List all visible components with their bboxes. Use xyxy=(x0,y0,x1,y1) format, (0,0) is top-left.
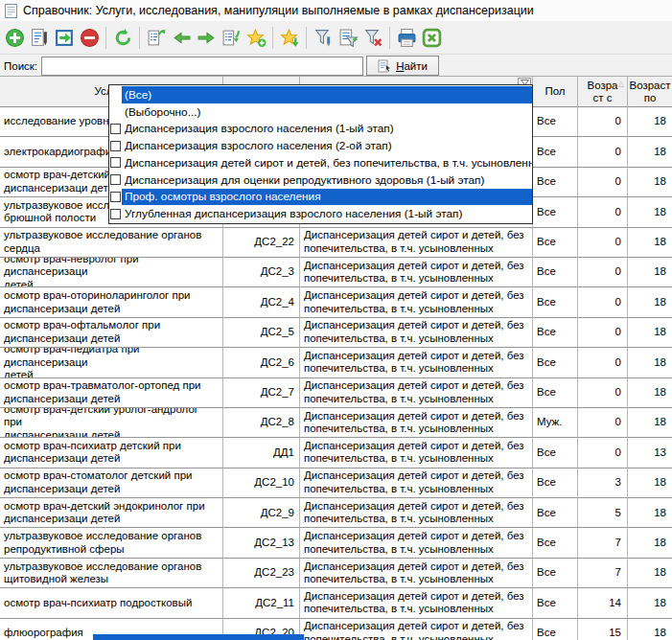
checkbox-gutter xyxy=(109,124,122,134)
star-export-icon xyxy=(280,28,300,48)
checkbox-icon[interactable] xyxy=(110,192,121,202)
column-header-gender[interactable]: Пол xyxy=(533,77,578,107)
list-move-out-button[interactable] xyxy=(144,25,169,51)
filter-option-label: Диспансеризация детей сирот и детей, без… xyxy=(122,154,532,171)
filter-document-button[interactable] xyxy=(336,25,360,51)
table-row[interactable]: осмотр врач-офтальмолог при диспансериза… xyxy=(0,318,672,348)
filter-edit-button[interactable] xyxy=(311,25,336,51)
checkbox-gutter xyxy=(109,141,122,151)
age-from-cell: 0 xyxy=(578,287,628,317)
gender-cell: Все xyxy=(533,137,578,167)
age-to-cell: 18 xyxy=(628,258,672,287)
search-input[interactable] xyxy=(41,57,363,76)
checkbox-icon[interactable] xyxy=(110,124,121,134)
code-cell: ДС2_3 xyxy=(223,258,300,287)
service-cell: ультразвуковое исследование органов щито… xyxy=(0,559,223,588)
age-from-cell: 0 xyxy=(578,378,628,408)
list-move-out-icon xyxy=(147,28,167,48)
window-titlebar: Справочник: Услуги, исследования, манипу… xyxy=(0,0,672,21)
kind-cell: Диспансеризация детей сирот и детей, без… xyxy=(300,619,533,640)
filter-clear-button[interactable] xyxy=(360,25,385,51)
search-label: Поиск: xyxy=(4,60,37,72)
filter-option[interactable]: Диспансеризация детей сирот и детей, без… xyxy=(109,154,532,171)
gender-cell: Все xyxy=(533,498,578,528)
code-cell: ДС2_5 xyxy=(223,318,300,348)
edit-record-button[interactable] xyxy=(27,25,52,51)
table-row[interactable]: осмотр врач-стоматолог детский при диспа… xyxy=(0,469,672,498)
age-to-cell: 18 xyxy=(628,107,672,137)
table-row[interactable]: осмотр врач-психиатр подростковыйДС2_11Д… xyxy=(0,588,672,618)
age-to-cell: 18 xyxy=(628,408,672,438)
delete-button[interactable] xyxy=(77,25,102,51)
age-to-cell: 13 xyxy=(628,438,672,468)
star-add-button[interactable] xyxy=(243,25,268,51)
code-cell: ДС2_9 xyxy=(223,498,300,528)
filter-option[interactable]: (Все) xyxy=(109,86,532,103)
save-record-icon xyxy=(55,28,75,48)
gender-cell: Все xyxy=(533,438,578,468)
table-row[interactable]: осмотр врач-оториноларинголог при диспан… xyxy=(0,287,672,317)
table-row[interactable]: осмотр врач-детский эндокринолог при дис… xyxy=(0,498,672,528)
add-icon xyxy=(5,28,25,48)
gender-cell: Все xyxy=(533,287,578,317)
age-to-cell: 18 xyxy=(628,559,672,588)
table-row[interactable]: осмотр врач-травматолог-ортопед при дисп… xyxy=(0,378,672,408)
column-header-age-from[interactable]: Возраст с △ xyxy=(578,77,628,107)
code-cell: ДС2_7 xyxy=(223,378,300,408)
list-move-in-button[interactable] xyxy=(219,25,243,51)
table-row[interactable]: осмотр врач-педиатра при диспансеризаци … xyxy=(0,348,672,377)
code-cell: ДС2_10 xyxy=(223,469,300,498)
age-from-cell: 0 xyxy=(578,318,628,348)
sort-ascending-icon: △ xyxy=(618,80,624,88)
checkbox-icon[interactable] xyxy=(110,174,121,185)
refresh-button[interactable] xyxy=(110,25,135,51)
filter-clear-icon xyxy=(363,28,383,48)
checkbox-icon[interactable] xyxy=(110,157,121,168)
age-to-cell: 18 xyxy=(628,168,672,197)
age-to-cell: 18 xyxy=(628,498,672,528)
find-button[interactable]: Найти xyxy=(366,56,439,76)
filter-option[interactable]: Диспансеризация взрослого населения (1-ы… xyxy=(109,121,532,138)
search-bar: Поиск: Найти xyxy=(0,55,672,77)
service-cell: осмотр врач-невролог при диспансеризаци … xyxy=(0,258,223,287)
gender-cell: Все xyxy=(533,528,578,558)
filter-option[interactable]: (Выборочно...) xyxy=(109,103,532,121)
arrow-right-button[interactable] xyxy=(194,25,219,51)
table-row[interactable]: осмотр врач-детский уролог-андролог при … xyxy=(0,408,672,438)
checkbox-gutter xyxy=(109,192,122,202)
arrow-left-button[interactable] xyxy=(169,25,194,51)
filter-option-label: Диспансеризация для оценки репродуктивно… xyxy=(122,171,532,189)
checkbox-icon[interactable] xyxy=(110,209,121,219)
filter-option[interactable]: Диспансеризация взрослого населения (2-о… xyxy=(109,137,532,154)
table-row[interactable]: осмотр врач-психиатр детский при диспанс… xyxy=(0,438,672,468)
excel-export-button[interactable] xyxy=(419,25,444,51)
age-from-cell: 0 xyxy=(578,258,628,287)
filter-option-label: Углубленная диспансеризация взрослого на… xyxy=(122,205,532,222)
save-record-button[interactable] xyxy=(52,25,77,51)
age-to-cell: 18 xyxy=(628,287,672,317)
edit-record-icon xyxy=(30,28,50,48)
filter-option[interactable]: Диспансеризация для оценки репродуктивно… xyxy=(109,171,532,189)
gender-cell: Все xyxy=(533,559,578,588)
kind-cell: Диспансеризация детей сирот и детей, без… xyxy=(300,469,533,498)
table-row[interactable]: ультразвуковое исследование органов репр… xyxy=(0,528,672,558)
filter-edit-icon xyxy=(313,28,334,48)
star-export-button[interactable] xyxy=(277,25,302,51)
service-cell: осмотр врач-детский эндокринолог при дис… xyxy=(0,498,223,528)
checkbox-gutter xyxy=(109,157,122,168)
checkbox-icon[interactable] xyxy=(110,141,121,151)
filter-option[interactable]: Углубленная диспансеризация взрослого на… xyxy=(109,205,532,222)
table-row[interactable]: осмотр врач-невролог при диспансеризаци … xyxy=(0,258,672,287)
code-cell: ДС2_22 xyxy=(223,228,300,258)
print-button[interactable] xyxy=(394,25,419,51)
add-button[interactable] xyxy=(2,25,27,51)
service-cell: ультразвуковое исследование органов репр… xyxy=(0,528,223,558)
kind-cell: Диспансеризация детей сирот и детей, без… xyxy=(300,438,533,468)
column-header-age-to[interactable]: Возрастпо xyxy=(628,77,672,107)
age-to-cell: 18 xyxy=(628,528,672,558)
gender-cell: Все xyxy=(533,619,578,640)
kind-cell: Диспансеризация детей сирот и детей, без… xyxy=(300,287,533,317)
table-row[interactable]: ультразвуковое исследование органов серд… xyxy=(0,228,672,258)
table-row[interactable]: ультразвуковое исследование органов щито… xyxy=(0,559,672,588)
filter-option[interactable]: Проф. осмотры взрослого населения xyxy=(109,189,532,206)
